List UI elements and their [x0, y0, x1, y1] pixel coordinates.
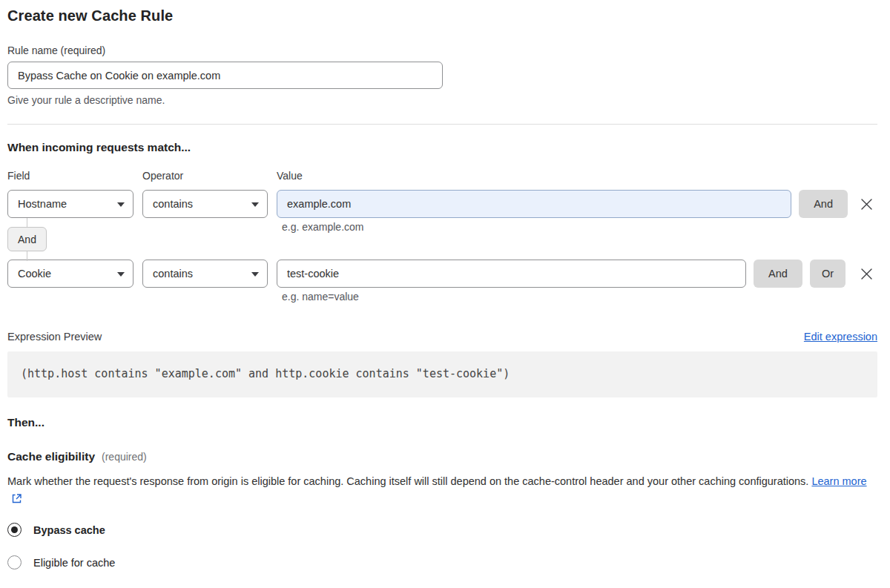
connector-line-top — [27, 218, 27, 227]
chevron-down-icon — [251, 202, 259, 207]
eligibility-description: Mark whether the request's response from… — [7, 472, 868, 508]
external-link-icon — [11, 493, 22, 504]
value-input-1[interactable] — [277, 190, 791, 218]
and-button-row-2[interactable]: And — [754, 260, 802, 288]
learn-more-link[interactable]: Learn more — [811, 475, 866, 487]
edit-expression-link[interactable]: Edit expression — [804, 331, 877, 343]
value-column-1: e.g. example.com — [277, 190, 791, 233]
expression-code: (http.host contains "example.com" and ht… — [7, 351, 877, 397]
field-select-2-value: Cookie — [18, 268, 51, 280]
operator-select-1[interactable]: contains — [142, 190, 268, 218]
radio-unselected-icon — [7, 555, 22, 569]
close-icon — [860, 198, 873, 211]
value-input-2[interactable] — [277, 260, 746, 288]
and-button-row-1[interactable]: And — [799, 190, 848, 218]
field-column-label: Field — [7, 170, 142, 182]
required-note: (required) — [102, 451, 147, 463]
expression-preview-label: Expression Preview — [7, 331, 102, 343]
operator-select-2[interactable]: contains — [142, 260, 268, 288]
chevron-down-icon — [251, 272, 259, 277]
condition-connector: And — [7, 218, 47, 261]
radio-label-bypass-cache: Bypass cache — [33, 524, 105, 536]
cache-eligibility-heading: Cache eligibility — [7, 450, 95, 463]
then-heading: Then... — [7, 416, 877, 429]
radio-label-eligible-for-cache: Eligible for cache — [33, 557, 115, 569]
chevron-down-icon — [117, 202, 125, 207]
close-icon — [860, 268, 873, 280]
rule-name-input[interactable] — [7, 62, 443, 89]
match-row-1: Hostname contains e.g. example.com And — [7, 190, 877, 233]
radio-option-eligible-for-cache[interactable]: Eligible for cache — [7, 555, 877, 569]
match-row-2: Cookie contains e.g. name=value And Or — [7, 260, 877, 303]
match-rows: Hostname contains e.g. example.com And A… — [7, 190, 877, 303]
chevron-down-icon — [117, 272, 125, 277]
cache-eligibility-header: Cache eligibility (required) — [7, 450, 877, 463]
value-column-2: e.g. name=value — [277, 260, 746, 303]
field-select-1-value: Hostname — [18, 198, 67, 210]
and-connector-button[interactable]: And — [7, 227, 47, 251]
expression-preview-header: Expression Preview Edit expression — [7, 331, 877, 343]
operator-column-label: Operator — [142, 170, 277, 182]
rule-name-label: Rule name (required) — [7, 44, 877, 56]
field-select-2[interactable]: Cookie — [7, 260, 134, 288]
or-button-row-2[interactable]: Or — [810, 260, 846, 288]
radio-option-bypass-cache[interactable]: Bypass cache — [7, 523, 877, 537]
page-title: Create new Cache Rule — [7, 7, 877, 24]
rule-name-helper: Give your rule a descriptive name. — [7, 94, 877, 106]
remove-condition-button-2[interactable] — [855, 260, 877, 288]
remove-condition-button-1[interactable] — [855, 190, 877, 218]
value-helper-2: e.g. name=value — [282, 291, 746, 303]
value-helper-1: e.g. example.com — [282, 221, 791, 233]
section-divider — [7, 124, 877, 125]
value-column-label: Value — [277, 170, 877, 182]
operator-select-2-value: contains — [153, 268, 193, 280]
match-column-labels: Field Operator Value — [7, 170, 877, 182]
operator-select-1-value: contains — [153, 198, 193, 210]
field-select-1[interactable]: Hostname — [7, 190, 134, 218]
match-heading: When incoming requests match... — [7, 141, 877, 154]
eligibility-description-text: Mark whether the request's response from… — [7, 475, 808, 487]
radio-selected-icon — [7, 523, 22, 537]
connector-line-bottom — [27, 251, 27, 261]
create-cache-rule-page: Create new Cache Rule Rule name (require… — [0, 7, 890, 569]
